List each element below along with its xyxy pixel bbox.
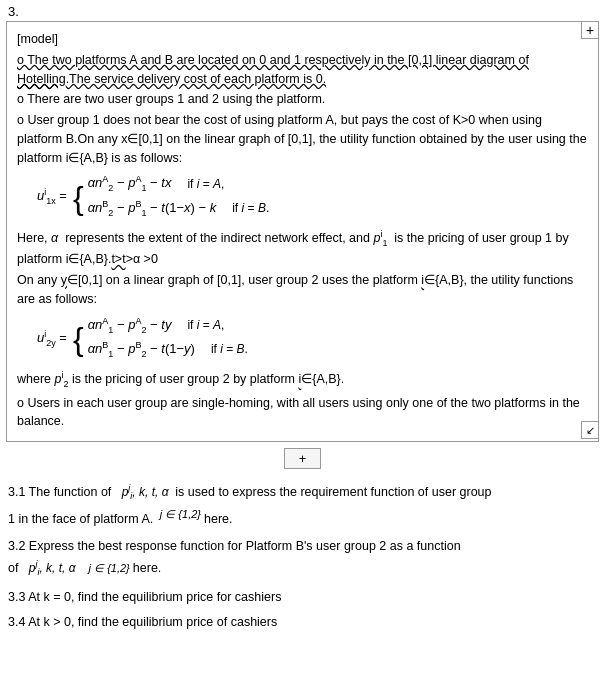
- section-32-of: of: [8, 561, 18, 575]
- arrow-button[interactable]: ↙: [581, 421, 599, 439]
- plus-button[interactable]: +: [581, 21, 599, 39]
- formula2-case2-math: αnB1 − pB2 − t(1−y): [88, 339, 195, 361]
- model-box: + [model] o The two platforms A and B ar…: [6, 21, 599, 442]
- section-33-text: 3.3 At k = 0, find the equilibrium price…: [8, 590, 281, 604]
- main-container: 3. + [model] o The two platforms A and B…: [0, 0, 605, 700]
- model-line-3: o User group 1 does not bear the cost of…: [17, 111, 588, 167]
- formula2-cases: αnA1 − pA2 − ty if i = A, αnB1 − pB2 − t…: [88, 315, 248, 364]
- section-32-set: j ∈ {1,2}: [82, 562, 132, 574]
- add-button[interactable]: +: [284, 448, 322, 469]
- section-31-suffix: is used to express the requirement funct…: [175, 485, 491, 499]
- formula1-case2: αnB2 − pB1 − t(1−x) − k if i = B.: [88, 198, 270, 220]
- formula2-label: ui2y =: [37, 328, 67, 350]
- formula2-brace: { αnA1 − pA2 − ty if i = A, αnB1 − pB2 −…: [73, 315, 248, 364]
- formula1-cases: αnA2 − pA1 − tx if i = A, αnB2 − pB1 − t…: [88, 173, 270, 222]
- formula-1: ui1x = { αnA2 − pA1 − tx if i = A,: [37, 173, 588, 222]
- section-31-prefix: 3.1 The function of: [8, 485, 111, 499]
- model-line-5: On any y∈[0,1] on a linear graph of [0,1…: [17, 271, 588, 309]
- section-31-line2-suffix: here.: [204, 512, 233, 526]
- formula1-case2-math: αnB2 − pB1 − t(1−x) − k: [88, 198, 217, 220]
- section-32-block: 3.2 Express the best response function f…: [8, 536, 597, 581]
- section-34-block: 3.4 At k > 0, find the equilibrium price…: [8, 612, 597, 633]
- formula1-case1: αnA2 − pA1 − tx if i = A,: [88, 173, 270, 195]
- section-33-block: 3.3 At k = 0, find the equilibrium price…: [8, 587, 597, 608]
- section-31-line2-prefix: 1 in the face of platform A.: [8, 512, 153, 526]
- formula2-case2: αnB1 − pB2 − t(1−y) if i = B.: [88, 339, 248, 361]
- formula2-case1-cond: if i = A,: [187, 316, 224, 334]
- section-32-here: here.: [133, 561, 162, 575]
- formula-2: ui2y = { αnA1 − pA2 − ty if i = A,: [37, 315, 588, 364]
- formula1-label: ui1x =: [37, 186, 67, 208]
- add-button-row: +: [0, 448, 605, 469]
- below-section: 3.1 The function of pji, k, t, α is used…: [0, 475, 605, 644]
- model-tag-line: [model]: [17, 30, 588, 49]
- formula2-case1-math: αnA1 − pA2 − ty: [88, 315, 172, 337]
- formula2-case2-cond: if i = B.: [211, 340, 248, 358]
- formula2-case1: αnA1 − pA2 − ty if i = A,: [88, 315, 248, 337]
- section-31-block: 3.1 The function of pji, k, t, α is used…: [8, 481, 597, 530]
- formula1-case1-math: αnA2 − pA1 − tx: [88, 173, 172, 195]
- section-31-math: pji, k, t, α: [118, 485, 172, 499]
- section-31-set: j ∈ {1,2}: [157, 508, 204, 520]
- brace-symbol: {: [73, 182, 84, 214]
- formula1-case1-cond: if i = A,: [187, 175, 224, 193]
- section-32-math: pji, k, t, α: [25, 561, 79, 575]
- formula1-case2-cond: if i = B.: [232, 199, 269, 217]
- brace-symbol-2: {: [73, 323, 84, 355]
- model-line-1: o The two platforms A and B are located …: [17, 51, 588, 89]
- model-line-4: Here, α represents the extent of the ind…: [17, 228, 588, 269]
- section-32-text: 3.2 Express the best response function f…: [8, 539, 461, 553]
- model-line-7: o Users in each user group are single-ho…: [17, 394, 588, 432]
- section-34-text: 3.4 At k > 0, find the equilibrium price…: [8, 615, 277, 629]
- formula1-brace: { αnA2 − pA1 − tx if i = A, αnB2 − pB1 −…: [73, 173, 269, 222]
- section-number: 3.: [0, 0, 605, 21]
- model-line-6: where pi2 is the pricing of user group 2…: [17, 369, 588, 391]
- model-line-2: o There are two user groups 1 and 2 usin…: [17, 90, 588, 109]
